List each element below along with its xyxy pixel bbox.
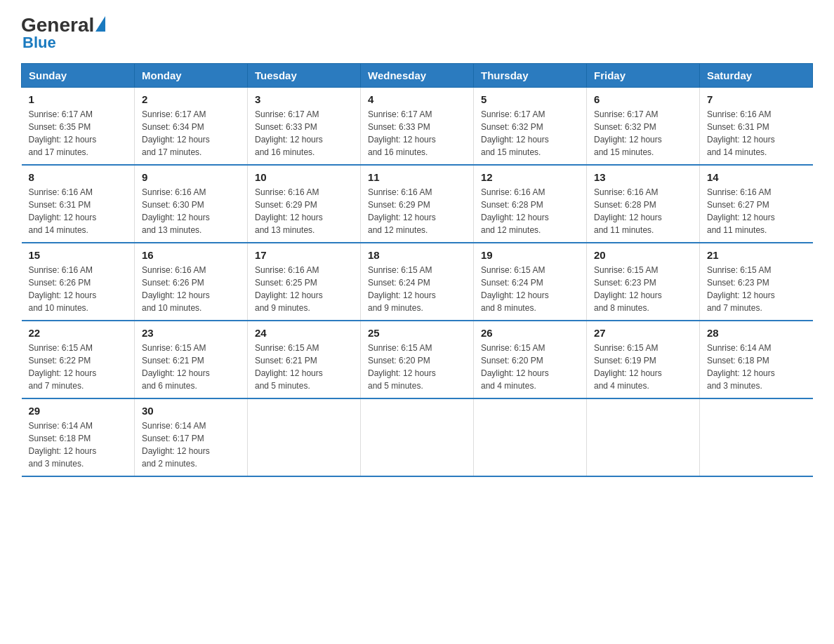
day-info: Sunrise: 6:17 AMSunset: 6:35 PMDaylight:… — [29, 109, 97, 157]
calendar-table: SundayMondayTuesdayWednesdayThursdayFrid… — [21, 63, 813, 477]
day-info: Sunrise: 6:15 AMSunset: 6:24 PMDaylight:… — [481, 265, 549, 313]
calendar-cell — [474, 398, 587, 476]
calendar-cell: 11 Sunrise: 6:16 AMSunset: 6:29 PMDaylig… — [361, 165, 474, 243]
day-number: 28 — [707, 327, 806, 339]
calendar-cell: 16 Sunrise: 6:16 AMSunset: 6:26 PMDaylig… — [135, 243, 248, 321]
calendar-cell — [587, 398, 700, 476]
header-day-tuesday: Tuesday — [248, 64, 361, 88]
calendar-cell: 14 Sunrise: 6:16 AMSunset: 6:27 PMDaylig… — [700, 165, 813, 243]
calendar-cell: 18 Sunrise: 6:15 AMSunset: 6:24 PMDaylig… — [361, 243, 474, 321]
day-info: Sunrise: 6:16 AMSunset: 6:28 PMDaylight:… — [594, 187, 662, 235]
week-row-1: 1 Sunrise: 6:17 AMSunset: 6:35 PMDayligh… — [22, 88, 813, 166]
day-number: 6 — [594, 93, 692, 105]
day-number: 12 — [481, 171, 579, 183]
day-number: 1 — [29, 93, 128, 105]
day-info: Sunrise: 6:16 AMSunset: 6:28 PMDaylight:… — [481, 187, 549, 235]
day-number: 27 — [594, 327, 692, 339]
calendar-cell — [248, 398, 361, 476]
day-number: 2 — [142, 93, 240, 105]
day-info: Sunrise: 6:15 AMSunset: 6:23 PMDaylight:… — [707, 265, 775, 313]
day-number: 4 — [368, 93, 466, 105]
calendar-cell: 27 Sunrise: 6:15 AMSunset: 6:19 PMDaylig… — [587, 321, 700, 398]
day-info: Sunrise: 6:17 AMSunset: 6:33 PMDaylight:… — [368, 109, 436, 157]
calendar-cell: 9 Sunrise: 6:16 AMSunset: 6:30 PMDayligh… — [135, 165, 248, 243]
logo-blue-text: Blue — [22, 34, 56, 52]
day-info: Sunrise: 6:15 AMSunset: 6:21 PMDaylight:… — [255, 343, 323, 391]
header-day-sunday: Sunday — [22, 64, 135, 88]
calendar-cell: 13 Sunrise: 6:16 AMSunset: 6:28 PMDaylig… — [587, 165, 700, 243]
logo: General Blue — [21, 14, 105, 52]
day-info: Sunrise: 6:16 AMSunset: 6:26 PMDaylight:… — [142, 265, 210, 313]
day-number: 5 — [481, 93, 579, 105]
day-info: Sunrise: 6:15 AMSunset: 6:19 PMDaylight:… — [594, 343, 662, 391]
day-number: 25 — [368, 327, 466, 339]
header-day-thursday: Thursday — [474, 64, 587, 88]
day-number: 20 — [594, 249, 692, 261]
header-day-monday: Monday — [135, 64, 248, 88]
calendar-cell: 19 Sunrise: 6:15 AMSunset: 6:24 PMDaylig… — [474, 243, 587, 321]
week-row-5: 29 Sunrise: 6:14 AMSunset: 6:18 PMDaylig… — [22, 398, 813, 476]
calendar-cell: 5 Sunrise: 6:17 AMSunset: 6:32 PMDayligh… — [474, 88, 587, 166]
calendar-cell: 24 Sunrise: 6:15 AMSunset: 6:21 PMDaylig… — [248, 321, 361, 398]
day-number: 14 — [707, 171, 806, 183]
week-row-4: 22 Sunrise: 6:15 AMSunset: 6:22 PMDaylig… — [22, 321, 813, 398]
day-info: Sunrise: 6:15 AMSunset: 6:20 PMDaylight:… — [368, 343, 436, 391]
day-info: Sunrise: 6:16 AMSunset: 6:29 PMDaylight:… — [255, 187, 323, 235]
page-header: General Blue — [21, 14, 813, 52]
day-info: Sunrise: 6:16 AMSunset: 6:25 PMDaylight:… — [255, 265, 323, 313]
day-number: 23 — [142, 327, 240, 339]
day-info: Sunrise: 6:17 AMSunset: 6:34 PMDaylight:… — [142, 109, 210, 157]
day-number: 16 — [142, 249, 240, 261]
day-info: Sunrise: 6:17 AMSunset: 6:33 PMDaylight:… — [255, 109, 323, 157]
day-number: 29 — [29, 405, 128, 417]
header-day-friday: Friday — [587, 64, 700, 88]
day-info: Sunrise: 6:15 AMSunset: 6:22 PMDaylight:… — [29, 343, 97, 391]
day-number: 19 — [481, 249, 579, 261]
day-number: 30 — [142, 405, 240, 417]
day-info: Sunrise: 6:16 AMSunset: 6:30 PMDaylight:… — [142, 187, 210, 235]
day-number: 24 — [255, 327, 353, 339]
calendar-cell: 8 Sunrise: 6:16 AMSunset: 6:31 PMDayligh… — [22, 165, 135, 243]
calendar-cell: 22 Sunrise: 6:15 AMSunset: 6:22 PMDaylig… — [22, 321, 135, 398]
day-number: 7 — [707, 93, 806, 105]
day-number: 22 — [29, 327, 128, 339]
logo-triangle-icon — [95, 16, 105, 32]
calendar-cell: 21 Sunrise: 6:15 AMSunset: 6:23 PMDaylig… — [700, 243, 813, 321]
week-row-3: 15 Sunrise: 6:16 AMSunset: 6:26 PMDaylig… — [22, 243, 813, 321]
day-number: 10 — [255, 171, 353, 183]
day-info: Sunrise: 6:17 AMSunset: 6:32 PMDaylight:… — [594, 109, 662, 157]
day-info: Sunrise: 6:17 AMSunset: 6:32 PMDaylight:… — [481, 109, 549, 157]
calendar-cell: 17 Sunrise: 6:16 AMSunset: 6:25 PMDaylig… — [248, 243, 361, 321]
calendar-cell — [700, 398, 813, 476]
calendar-cell: 6 Sunrise: 6:17 AMSunset: 6:32 PMDayligh… — [587, 88, 700, 166]
day-info: Sunrise: 6:15 AMSunset: 6:24 PMDaylight:… — [368, 265, 436, 313]
calendar-cell: 1 Sunrise: 6:17 AMSunset: 6:35 PMDayligh… — [22, 88, 135, 166]
calendar-cell: 4 Sunrise: 6:17 AMSunset: 6:33 PMDayligh… — [361, 88, 474, 166]
day-info: Sunrise: 6:15 AMSunset: 6:21 PMDaylight:… — [142, 343, 210, 391]
day-number: 26 — [481, 327, 579, 339]
day-number: 13 — [594, 171, 692, 183]
day-info: Sunrise: 6:15 AMSunset: 6:23 PMDaylight:… — [594, 265, 662, 313]
calendar-cell: 28 Sunrise: 6:14 AMSunset: 6:18 PMDaylig… — [700, 321, 813, 398]
header-day-wednesday: Wednesday — [361, 64, 474, 88]
day-number: 17 — [255, 249, 353, 261]
calendar-cell: 20 Sunrise: 6:15 AMSunset: 6:23 PMDaylig… — [587, 243, 700, 321]
calendar-cell: 3 Sunrise: 6:17 AMSunset: 6:33 PMDayligh… — [248, 88, 361, 166]
day-info: Sunrise: 6:16 AMSunset: 6:27 PMDaylight:… — [707, 187, 775, 235]
week-row-2: 8 Sunrise: 6:16 AMSunset: 6:31 PMDayligh… — [22, 165, 813, 243]
calendar-cell: 23 Sunrise: 6:15 AMSunset: 6:21 PMDaylig… — [135, 321, 248, 398]
day-info: Sunrise: 6:14 AMSunset: 6:17 PMDaylight:… — [142, 421, 210, 469]
day-info: Sunrise: 6:16 AMSunset: 6:29 PMDaylight:… — [368, 187, 436, 235]
day-number: 21 — [707, 249, 806, 261]
calendar-header: SundayMondayTuesdayWednesdayThursdayFrid… — [22, 64, 813, 88]
day-info: Sunrise: 6:16 AMSunset: 6:26 PMDaylight:… — [29, 265, 97, 313]
day-info: Sunrise: 6:14 AMSunset: 6:18 PMDaylight:… — [707, 343, 775, 391]
day-info: Sunrise: 6:16 AMSunset: 6:31 PMDaylight:… — [29, 187, 97, 235]
calendar-cell: 10 Sunrise: 6:16 AMSunset: 6:29 PMDaylig… — [248, 165, 361, 243]
day-number: 18 — [368, 249, 466, 261]
day-number: 11 — [368, 171, 466, 183]
day-number: 15 — [29, 249, 128, 261]
calendar-cell: 15 Sunrise: 6:16 AMSunset: 6:26 PMDaylig… — [22, 243, 135, 321]
calendar-cell: 12 Sunrise: 6:16 AMSunset: 6:28 PMDaylig… — [474, 165, 587, 243]
calendar-cell: 30 Sunrise: 6:14 AMSunset: 6:17 PMDaylig… — [135, 398, 248, 476]
